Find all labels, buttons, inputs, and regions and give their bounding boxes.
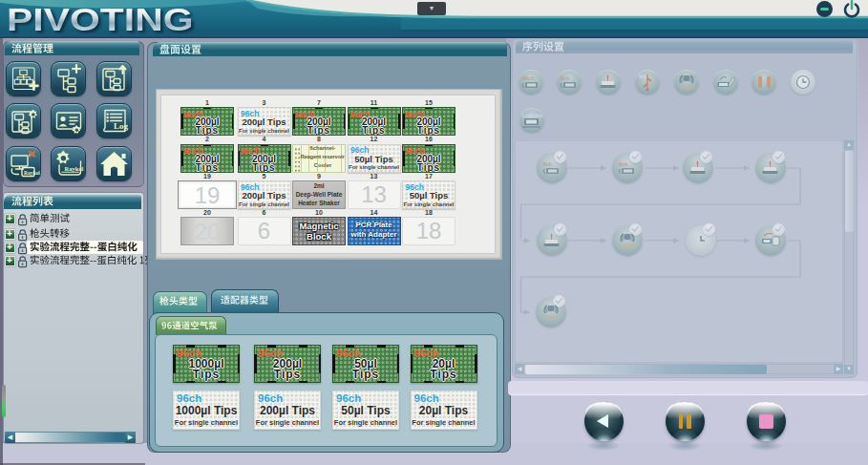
svg-text:Raykol: Raykol: [65, 165, 84, 172]
svg-text:Raykol: Raykol: [24, 170, 40, 176]
svg-text:Log: Log: [114, 121, 129, 131]
